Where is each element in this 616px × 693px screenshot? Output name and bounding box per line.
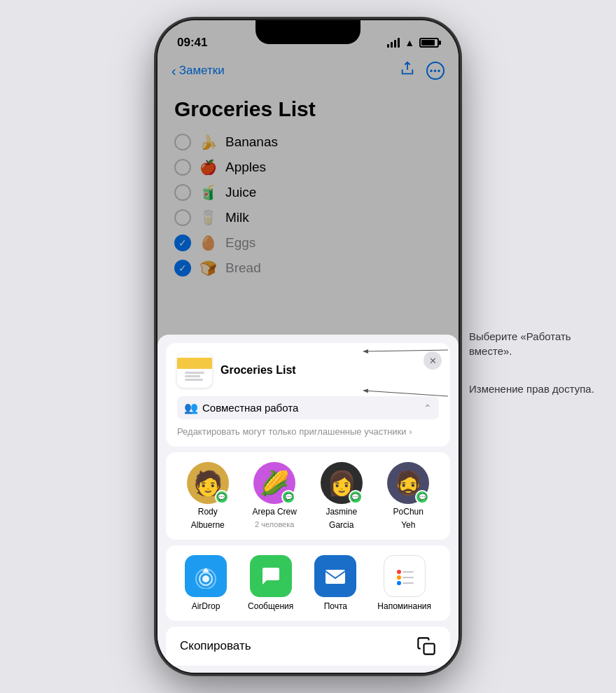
annotation-1: Выберите «Работать вместе».	[469, 329, 602, 358]
annotation-2: Изменение прав доступа.	[469, 382, 602, 396]
people-row: 🧑 💬 Rody Albuerne 🌽	[166, 452, 450, 540]
person-name: PoChun	[393, 507, 424, 517]
message-icon: 💬	[419, 493, 426, 500]
person-name: Rody	[198, 507, 218, 517]
close-button[interactable]: ✕	[424, 351, 442, 370]
svg-rect-3	[326, 570, 345, 584]
people-icon: 👥	[184, 401, 198, 414]
message-icon: 💬	[218, 493, 225, 500]
svg-point-4	[397, 570, 401, 574]
mail-icon	[314, 555, 356, 597]
message-badge: 💬	[415, 490, 429, 504]
phone-frame: 09:41 ▲ ‹ Заметки	[158, 20, 458, 673]
person-sub: 2 человека	[255, 520, 294, 528]
collab-label: Совместная работа	[202, 402, 419, 414]
app-airdrop[interactable]: AirDrop	[185, 555, 227, 611]
svg-point-0	[202, 575, 209, 582]
avatar-container: 🧔 💬	[387, 462, 429, 504]
message-icon: 💬	[351, 493, 359, 500]
avatar-container: 🧑 💬	[187, 462, 229, 504]
permissions-chevron-icon: ›	[410, 427, 412, 437]
svg-point-6	[397, 575, 401, 580]
apps-row: AirDrop Сообщения	[166, 545, 450, 621]
collab-card: Groceries List ✕ 👥 Совместная работа ⌃ Р…	[166, 343, 450, 447]
person-jasmine[interactable]: 👩 💬 Jasmine Garcia	[314, 462, 370, 530]
app-label: Напоминания	[377, 601, 431, 611]
share-sheet: Groceries List ✕ 👥 Совместная работа ⌃ Р…	[158, 335, 458, 673]
app-label: Сообщения	[248, 601, 293, 611]
app-messages[interactable]: Сообщения	[248, 555, 293, 611]
person-arepa[interactable]: 🌽 💬 Arepa Crew 2 человека	[246, 462, 302, 530]
app-reminders[interactable]: Напоминания	[377, 555, 431, 611]
avatar-container: 🌽 💬	[253, 462, 295, 504]
share-sheet-overlay[interactable]: Groceries List ✕ 👥 Совместная работа ⌃ Р…	[158, 20, 458, 673]
copy-icon	[416, 636, 436, 656]
airdrop-icon	[185, 555, 227, 597]
copy-row[interactable]: Скопировать	[166, 626, 450, 666]
message-badge: 💬	[281, 490, 295, 504]
reminders-icon	[384, 555, 426, 597]
chevron-icon: ⌃	[424, 402, 432, 414]
message-badge: 💬	[215, 490, 229, 504]
svg-rect-10	[424, 644, 435, 654]
svg-point-8	[397, 581, 401, 585]
collab-selector[interactable]: 👥 Совместная работа ⌃	[177, 396, 439, 419]
person-rody[interactable]: 🧑 💬 Rody Albuerne	[180, 462, 236, 530]
person-name: Jasmine	[326, 507, 357, 517]
permissions-text[interactable]: Редактировать могут только приглашенные …	[177, 426, 439, 437]
app-mail[interactable]: Почта	[314, 555, 356, 611]
message-icon: 💬	[285, 493, 293, 500]
app-label: AirDrop	[192, 601, 220, 611]
collab-card-title: Groceries List	[220, 364, 296, 377]
collab-card-header: Groceries List	[177, 353, 439, 388]
note-icon	[177, 353, 212, 388]
person-pochun[interactable]: 🧔 💬 PoChun Yeh	[380, 462, 436, 530]
copy-label: Скопировать	[180, 639, 251, 653]
person-surname: Albuerne	[191, 520, 225, 530]
person-surname: Yeh	[401, 520, 415, 530]
person-name: Arepa Crew	[253, 507, 297, 517]
avatar-container: 👩 💬	[321, 462, 363, 504]
person-surname: Garcia	[329, 520, 354, 530]
message-badge: 💬	[349, 490, 363, 504]
messages-icon	[250, 555, 292, 597]
app-label: Почта	[324, 601, 347, 611]
